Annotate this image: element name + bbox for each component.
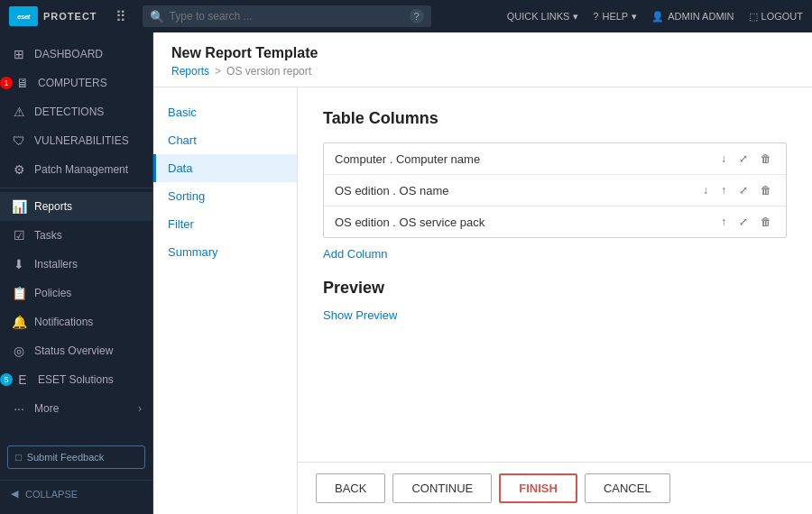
col-row-actions-1: ↓ ↑ ⤢ 🗑 <box>699 182 775 198</box>
quick-links-button[interactable]: QUICK LINKS ▾ <box>507 11 579 23</box>
inner-layout: Basic Chart Data Sorting Filter Summary … <box>153 87 812 514</box>
breadcrumb-current: OS version report <box>226 65 311 78</box>
table-columns-title: Table Columns <box>323 109 787 128</box>
col-delete-button-2[interactable]: 🗑 <box>757 214 775 230</box>
logout-button[interactable]: ⬚ LOGOUT <box>749 11 803 23</box>
left-nav-chart[interactable]: Chart <box>153 126 297 154</box>
topnav-actions: QUICK LINKS ▾ ? HELP ▾ 👤 ADMIN ADMIN ⬚ L… <box>507 11 803 23</box>
preview-title: Preview <box>323 279 787 298</box>
reports-icon: 📊 <box>11 199 27 214</box>
page-title: New Report Template <box>171 45 794 61</box>
bottom-bar: BACK CONTINUE FINISH CANCEL <box>298 462 812 514</box>
computers-badge: 1 <box>0 77 13 89</box>
sidebar-item-vulnerabilities[interactable]: 🛡 VULNERABILITIES <box>0 126 152 155</box>
col-row-actions-2: ↑ ⤢ 🗑 <box>717 214 775 230</box>
installers-icon: ⬇ <box>11 257 27 271</box>
policies-icon: 📋 <box>11 286 27 300</box>
col-down-button-1[interactable]: ↓ <box>699 182 712 198</box>
sidebar-item-computers[interactable]: 1 🖥 COMPUTERS <box>0 69 152 97</box>
main-panel: Table Columns Computer . Computer name ↓… <box>298 87 812 462</box>
content-area: New Report Template Reports > OS version… <box>153 32 812 514</box>
main-content-wrapper: Table Columns Computer . Computer name ↓… <box>298 87 812 514</box>
search-icon: 🔍 <box>150 10 164 23</box>
vulnerabilities-icon: 🛡 <box>11 133 27 148</box>
sidebar-item-more[interactable]: ··· More › <box>0 394 152 423</box>
detections-icon: ⚠ <box>11 105 27 119</box>
col-up-button-1[interactable]: ↑ <box>717 182 730 198</box>
feedback-icon: □ <box>15 452 22 463</box>
top-navigation: eset PROTECT ⠿ 🔍 ? QUICK LINKS ▾ ? HELP … <box>0 0 812 32</box>
submit-feedback-button[interactable]: □ Submit Feedback <box>7 445 145 469</box>
col-delete-button-1[interactable]: 🗑 <box>757 182 775 198</box>
eset-solutions-icon: E <box>14 372 31 387</box>
sidebar-item-patch-management[interactable]: ⚙ Patch Management <box>0 155 152 184</box>
sidebar-item-detections[interactable]: ⚠ DETECTIONS <box>0 97 152 126</box>
sidebar-item-dashboard[interactable]: ⊞ DASHBOARD <box>0 40 152 69</box>
col-row-actions-0: ↓ ⤢ 🗑 <box>717 151 775 167</box>
left-nav-data[interactable]: Data <box>153 154 297 182</box>
column-name-0: Computer . Computer name <box>335 152 717 166</box>
dashboard-icon: ⊞ <box>11 47 27 61</box>
continue-button[interactable]: CONTINUE <box>392 473 492 503</box>
cancel-button[interactable]: CANCEL <box>585 473 670 503</box>
sidebar-collapse-button[interactable]: ◀ COLLAPSE <box>0 480 152 507</box>
notifications-icon: 🔔 <box>11 315 27 329</box>
logo-text: eset <box>17 13 30 21</box>
table-row: Computer . Computer name ↓ ⤢ 🗑 <box>324 143 786 175</box>
table-row: OS edition . OS service pack ↑ ⤢ 🗑 <box>324 207 786 237</box>
grid-icon[interactable]: ⠿ <box>115 8 126 25</box>
admin-button[interactable]: 👤 ADMIN ADMIN <box>651 11 734 23</box>
sidebar-item-eset-solutions[interactable]: 5 E ESET Solutions <box>0 365 152 394</box>
col-resize-button-2[interactable]: ⤢ <box>735 214 752 230</box>
main-layout: ⊞ DASHBOARD 1 🖥 COMPUTERS ⚠ DETECTIONS 🛡… <box>0 32 812 514</box>
protect-label: PROTECT <box>43 11 97 22</box>
content-header: New Report Template Reports > OS version… <box>153 32 812 87</box>
status-overview-icon: ◎ <box>11 344 27 358</box>
col-resize-button-0[interactable]: ⤢ <box>735 151 752 167</box>
search-help-icon[interactable]: ? <box>410 9 424 23</box>
col-up-button-2[interactable]: ↑ <box>717 214 730 230</box>
table-row: OS edition . OS name ↓ ↑ ⤢ 🗑 <box>324 175 786 207</box>
eset-logo: eset <box>9 6 38 26</box>
sidebar: ⊞ DASHBOARD 1 🖥 COMPUTERS ⚠ DETECTIONS 🛡… <box>0 32 153 514</box>
more-chevron-icon: › <box>138 402 142 415</box>
sidebar-footer: □ Submit Feedback <box>0 438 152 476</box>
sidebar-item-tasks[interactable]: ☑ Tasks <box>0 221 152 250</box>
col-resize-button-1[interactable]: ⤢ <box>735 182 752 198</box>
column-name-1: OS edition . OS name <box>335 184 699 197</box>
search-input[interactable] <box>170 10 404 23</box>
breadcrumb-separator: > <box>215 65 221 78</box>
finish-button[interactable]: FINISH <box>499 473 577 503</box>
help-button[interactable]: ? HELP ▾ <box>593 11 637 23</box>
sidebar-item-notifications[interactable]: 🔔 Notifications <box>0 307 152 336</box>
left-nav-sorting[interactable]: Sorting <box>153 182 297 210</box>
column-name-2: OS edition . OS service pack <box>335 216 717 229</box>
tasks-icon: ☑ <box>11 228 27 243</box>
breadcrumb: Reports > OS version report <box>171 65 794 78</box>
collapse-icon: ◀ <box>11 488 18 500</box>
sidebar-item-installers[interactable]: ⬇ Installers <box>0 250 152 279</box>
add-column-link[interactable]: Add Column <box>323 247 388 261</box>
left-nav-summary[interactable]: Summary <box>153 238 297 266</box>
back-button[interactable]: BACK <box>316 473 385 503</box>
sidebar-item-reports[interactable]: 📊 Reports <box>0 192 152 221</box>
left-nav-panel: Basic Chart Data Sorting Filter Summary <box>153 87 298 514</box>
eset-solutions-badge: 5 <box>0 373 13 386</box>
more-icon: ··· <box>11 401 27 416</box>
col-delete-button-0[interactable]: 🗑 <box>757 151 775 167</box>
search-bar[interactable]: 🔍 ? <box>143 5 431 27</box>
left-nav-basic[interactable]: Basic <box>153 98 297 126</box>
computers-icon: 🖥 <box>14 76 31 90</box>
patch-management-icon: ⚙ <box>11 162 27 177</box>
breadcrumb-reports-link[interactable]: Reports <box>171 65 209 78</box>
sidebar-item-status-overview[interactable]: ◎ Status Overview <box>0 336 152 365</box>
left-nav-filter[interactable]: Filter <box>153 210 297 238</box>
col-down-button-0[interactable]: ↓ <box>717 151 730 167</box>
logo-area: eset PROTECT <box>9 6 97 26</box>
sidebar-item-policies[interactable]: 📋 Policies <box>0 279 152 307</box>
show-preview-link[interactable]: Show Preview <box>323 308 397 322</box>
columns-table: Computer . Computer name ↓ ⤢ 🗑 OS editio… <box>323 142 787 238</box>
